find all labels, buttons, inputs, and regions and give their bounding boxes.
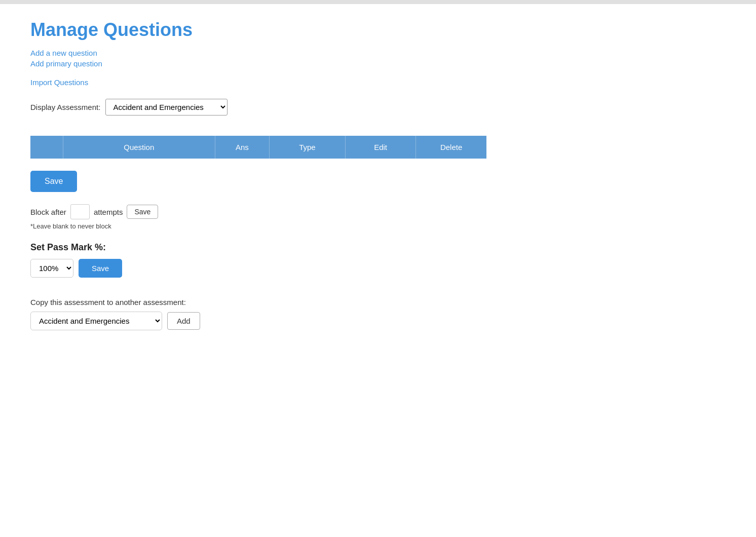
block-after-suffix: attempts (94, 208, 123, 216)
add-copy-button[interactable]: Add (167, 312, 200, 330)
copy-assessment-label: Copy this assessment to another assessme… (30, 298, 578, 306)
table-header-row: Question Ans Type Edit Delete (30, 136, 486, 159)
copy-assessment-select[interactable]: Accident and Emergencies (30, 312, 162, 330)
top-bar (0, 0, 756, 4)
save-main-button[interactable]: Save (30, 171, 77, 192)
table-col-ans: Ans (215, 136, 269, 159)
page-container: Manage Questions Add a new question Add … (0, 4, 608, 346)
table-col-delete: Delete (416, 136, 486, 159)
table-col-num (30, 136, 63, 159)
table-col-question: Question (63, 136, 215, 159)
link-group: Add a new question Add primary question (30, 49, 578, 68)
add-new-question-link[interactable]: Add a new question (30, 49, 578, 57)
display-assessment-select[interactable]: Accident and Emergencies (105, 99, 228, 116)
pass-mark-row: 50% 60% 70% 75% 80% 85% 90% 95% 100% Sav… (30, 259, 578, 278)
page-title-highlight: Questions (103, 19, 193, 40)
save-pass-mark-button[interactable]: Save (79, 259, 122, 278)
table-col-edit: Edit (345, 136, 415, 159)
page-title: Manage Questions (30, 19, 578, 41)
pass-mark-label: Set Pass Mark %: (30, 242, 578, 253)
page-title-prefix: Manage (30, 19, 103, 40)
table-col-type: Type (269, 136, 345, 159)
block-after-prefix: Block after (30, 208, 66, 216)
display-assessment-label: Display Assessment: (30, 103, 100, 111)
questions-table: Question Ans Type Edit Delete (30, 136, 486, 159)
block-attempts-input[interactable] (70, 204, 90, 219)
pass-mark-select[interactable]: 50% 60% 70% 75% 80% 85% 90% 95% 100% (30, 259, 73, 278)
copy-assessment-row: Accident and Emergencies Add (30, 312, 578, 330)
leave-blank-note: *Leave blank to never block (30, 222, 578, 230)
table-container: Question Ans Type Edit Delete (30, 136, 486, 159)
block-attempts-row: Block after attempts Save (30, 204, 578, 219)
display-assessment-row: Display Assessment: Accident and Emergen… (30, 99, 578, 116)
add-primary-question-link[interactable]: Add primary question (30, 59, 578, 68)
save-attempts-button[interactable]: Save (127, 205, 158, 219)
import-questions-link[interactable]: Import Questions (30, 78, 88, 87)
